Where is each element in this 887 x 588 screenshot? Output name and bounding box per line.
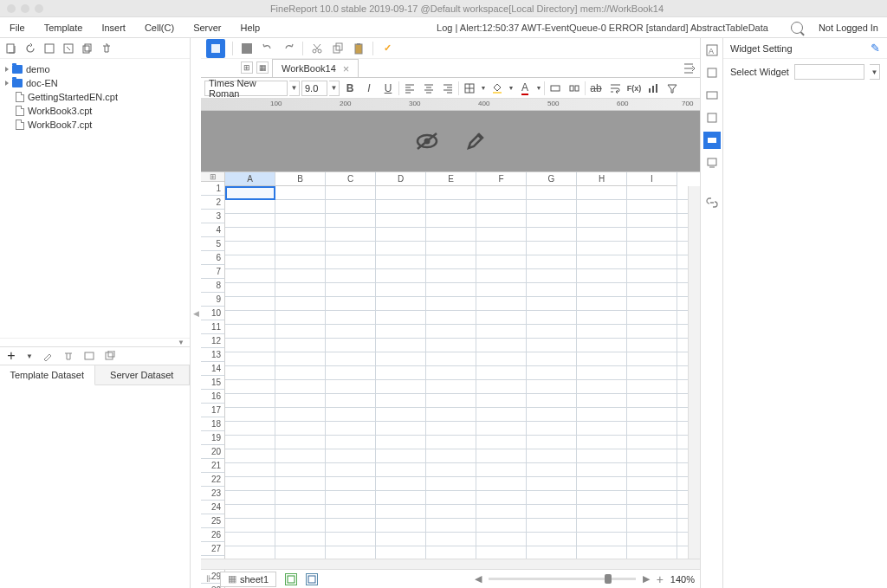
tree-file[interactable]: WorkBook3.cpt xyxy=(0,104,190,118)
chain-icon[interactable] xyxy=(703,194,721,211)
column-header[interactable]: H xyxy=(577,172,627,186)
tree-folder-doc-en[interactable]: doc-EN xyxy=(0,76,190,90)
unmerge-button[interactable] xyxy=(566,80,583,97)
column-header[interactable]: I xyxy=(627,172,677,186)
locate-icon[interactable] xyxy=(683,59,695,77)
save-icon[interactable] xyxy=(240,42,254,55)
underline-button[interactable]: U xyxy=(379,80,397,97)
chart-button[interactable] xyxy=(644,80,662,97)
copy-icon[interactable] xyxy=(331,42,345,55)
row-header[interactable]: 24 xyxy=(201,501,225,514)
row-header[interactable]: 7 xyxy=(201,265,225,279)
row-header[interactable]: 21 xyxy=(201,459,225,473)
check-icon[interactable]: ✓ xyxy=(380,42,394,55)
column-header[interactable]: B xyxy=(275,172,326,186)
edit-icon[interactable] xyxy=(42,350,54,362)
font-color-button[interactable]: A xyxy=(516,80,534,97)
border-button[interactable] xyxy=(461,80,478,97)
row-header[interactable]: 5 xyxy=(201,237,225,251)
expand-icon[interactable] xyxy=(5,81,9,86)
file-tab-workbook14[interactable]: WorkBook14 × xyxy=(272,59,359,77)
filter-button[interactable] xyxy=(664,80,681,97)
present-icon[interactable] xyxy=(703,154,721,171)
new-file-icon[interactable] xyxy=(5,42,17,55)
close-tab-icon[interactable]: × xyxy=(343,62,350,75)
row-header[interactable]: 16 xyxy=(201,390,225,404)
wrap-button[interactable] xyxy=(606,80,624,97)
row-header[interactable]: 13 xyxy=(201,348,225,362)
tab-template-dataset[interactable]: Template Dataset xyxy=(0,365,95,385)
row-header[interactable]: 12 xyxy=(201,334,225,348)
vertical-scrollbar[interactable] xyxy=(688,186,700,559)
strike-button[interactable]: ab xyxy=(587,80,605,97)
tree-collapse-handle[interactable]: ▼ xyxy=(0,338,190,346)
column-header[interactable]: F xyxy=(476,172,527,186)
dropdown-icon[interactable]: ▼ xyxy=(480,85,487,91)
hide-icon[interactable] xyxy=(415,132,439,151)
row-header[interactable]: 27 xyxy=(201,542,225,556)
row-header[interactable]: 14 xyxy=(201,362,225,376)
add-sheet-blue-icon[interactable] xyxy=(306,573,318,585)
redo-icon[interactable] xyxy=(282,42,295,55)
row-header[interactable]: 6 xyxy=(201,251,225,265)
preview-icon[interactable] xyxy=(83,350,95,362)
app-icon[interactable] xyxy=(206,39,225,58)
select-all-corner[interactable]: ⊞ xyxy=(201,172,225,182)
dropdown-icon[interactable]: ▼ xyxy=(289,81,300,96)
row-header[interactable]: 2 xyxy=(201,196,225,210)
selected-cell[interactable] xyxy=(225,186,275,200)
column-header[interactable]: G xyxy=(527,172,577,186)
grid-view-icon[interactable]: ⊞ xyxy=(241,61,253,74)
align-center-button[interactable] xyxy=(420,80,437,97)
search-icon[interactable] xyxy=(791,22,803,34)
font-family-select[interactable]: Times New Roman xyxy=(204,81,288,96)
row-header[interactable]: 22 xyxy=(201,473,225,487)
column-header[interactable]: E xyxy=(426,172,476,186)
cells-area[interactable] xyxy=(225,186,688,559)
edit-icon[interactable] xyxy=(465,131,486,152)
login-status[interactable]: Not Logged In xyxy=(819,23,878,33)
menu-server[interactable]: Server xyxy=(184,17,230,37)
row-header[interactable]: 19 xyxy=(201,431,225,445)
collapse-icon[interactable]: ✎ xyxy=(871,42,880,55)
menu-help[interactable]: Help xyxy=(231,17,270,37)
align-left-button[interactable] xyxy=(401,80,418,97)
row-header[interactable]: 3 xyxy=(201,210,225,223)
tab-server-dataset[interactable]: Server Dataset xyxy=(95,365,191,384)
hyperlink-icon[interactable] xyxy=(703,109,721,126)
options-icon[interactable] xyxy=(62,42,74,55)
zoom-next-icon[interactable]: ▶ xyxy=(643,573,650,585)
row-header[interactable]: 18 xyxy=(201,417,225,431)
row-header[interactable]: 25 xyxy=(201,514,225,528)
row-header[interactable]: 1 xyxy=(201,182,225,196)
undo-icon[interactable] xyxy=(261,42,275,55)
expand-icon[interactable] xyxy=(5,67,9,72)
menu-file[interactable]: File xyxy=(0,17,35,37)
zoom-value[interactable]: 140% xyxy=(670,574,695,585)
column-header[interactable]: D xyxy=(376,172,426,186)
minimize-window-icon[interactable] xyxy=(21,4,29,13)
refresh-icon[interactable] xyxy=(24,42,36,55)
fill-color-button[interactable] xyxy=(489,80,506,97)
widget-select[interactable] xyxy=(794,64,864,80)
menu-insert[interactable]: Insert xyxy=(92,17,135,37)
close-window-icon[interactable] xyxy=(7,4,16,13)
column-header[interactable]: C xyxy=(326,172,376,186)
row-header[interactable]: 15 xyxy=(201,376,225,390)
row-header[interactable]: 4 xyxy=(201,223,225,237)
add-sheet-green-icon[interactable] xyxy=(285,573,297,585)
dropdown-icon[interactable]: ▼ xyxy=(535,85,542,91)
sheet-tab[interactable]: ▦ sheet1 xyxy=(220,572,276,587)
layout-view-icon[interactable]: ▦ xyxy=(256,61,269,74)
delete-icon[interactable] xyxy=(100,42,113,55)
log-text[interactable]: Log | Alert:12:50:37 AWT-EventQueue-0 ER… xyxy=(437,23,791,33)
zoom-plus-icon[interactable]: + xyxy=(657,572,664,586)
format-painter-button[interactable]: F(x) xyxy=(625,80,643,97)
menu-template[interactable]: Template xyxy=(35,17,93,37)
row-header[interactable]: 17 xyxy=(201,404,225,417)
row-header[interactable]: 11 xyxy=(201,320,225,334)
trash-icon[interactable] xyxy=(62,350,74,362)
cell-element-icon[interactable] xyxy=(703,64,721,81)
sheet-nav-icon[interactable]: ⊩ xyxy=(206,573,215,585)
dropdown-icon[interactable]: ▼ xyxy=(870,64,880,80)
